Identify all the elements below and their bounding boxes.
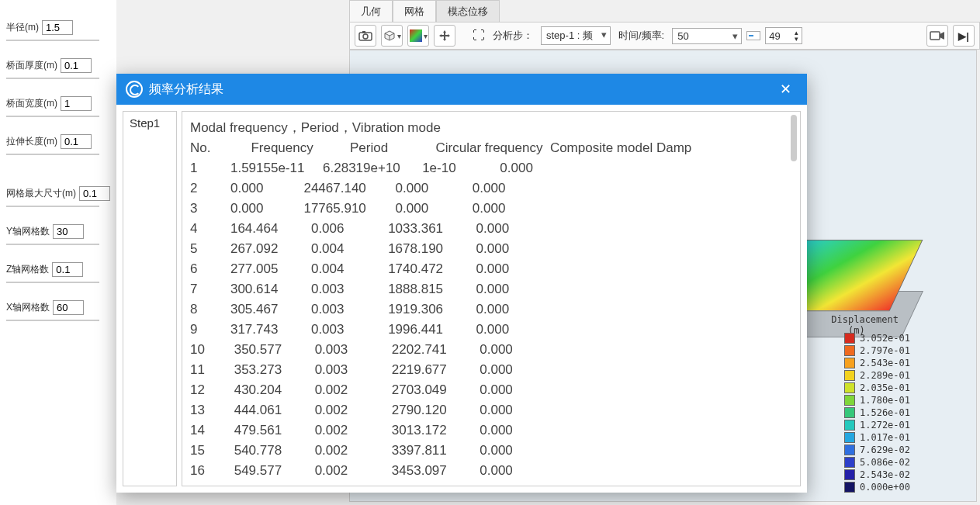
tab-1[interactable]: 网格	[393, 0, 436, 23]
param-row: X轴网格数	[6, 300, 110, 315]
screenshot-button[interactable]	[355, 25, 376, 47]
param-slider[interactable]	[6, 240, 99, 248]
legend-swatch	[844, 469, 855, 480]
colormap-icon	[410, 29, 422, 42]
tab-2[interactable]: 模态位移	[436, 0, 500, 23]
dialog-title: 频率分析结果	[149, 81, 223, 98]
svg-rect-3	[410, 29, 422, 42]
legend-swatch	[844, 395, 855, 406]
param-slider[interactable]	[6, 112, 99, 120]
param-label: 桥面宽度(m)	[6, 97, 57, 110]
close-icon: ✕	[780, 81, 791, 98]
param-slider[interactable]	[6, 36, 99, 44]
param-slider[interactable]	[6, 278, 99, 286]
param-input[interactable]	[42, 20, 73, 35]
param-label: Z轴网格数	[6, 263, 49, 276]
legend-swatch	[844, 457, 855, 468]
param-label: 拉伸长度(m)	[6, 135, 57, 148]
legend-value: 2.289e-01	[860, 369, 910, 382]
legend-row: 1.017e-01	[844, 431, 968, 444]
record-button[interactable]	[926, 25, 948, 47]
param-input[interactable]	[52, 262, 83, 277]
dialog-titlebar[interactable]: 频率分析结果 ✕	[116, 74, 807, 105]
param-row: 桥面厚度(m)	[6, 58, 110, 73]
mini-progress-indicator	[746, 31, 760, 40]
param-input[interactable]	[53, 300, 84, 315]
legend-value: 7.629e-02	[860, 444, 910, 456]
app-logo-icon	[126, 81, 143, 98]
legend-swatch	[844, 407, 855, 418]
param-slider[interactable]	[6, 150, 99, 158]
legend-row: 2.797e-01	[844, 344, 968, 357]
legend-value: 2.543e-02	[860, 469, 910, 481]
legend-row: 1.526e-01	[844, 406, 968, 419]
go-end-icon: ▶|	[958, 30, 969, 42]
view-tabs: 几何网格模态位移	[349, 0, 500, 23]
legend-swatch	[844, 358, 855, 368]
legend-value: 2.797e-01	[860, 344, 910, 357]
analysis-step-label: 分析步：	[493, 29, 533, 43]
param-input[interactable]	[61, 96, 92, 111]
legend-swatch	[844, 444, 855, 455]
fit-view-icon[interactable]: ⛶	[473, 29, 485, 43]
legend-row: 1.272e-01	[844, 419, 968, 431]
legend-value: 2.543e-01	[860, 357, 910, 369]
video-icon	[930, 30, 945, 41]
legend-row: 2.289e-01	[844, 369, 968, 382]
svg-rect-4	[930, 32, 940, 40]
legend-row: 0.000e+00	[844, 481, 968, 493]
param-row: Y轴网格数	[6, 224, 110, 239]
results-text-area[interactable]: Modal frequency，Period，Vibration mode No…	[182, 111, 801, 486]
legend-value: 3.052e-01	[860, 332, 910, 344]
param-input[interactable]	[53, 224, 84, 239]
tab-0[interactable]: 几何	[349, 0, 393, 23]
legend-value: 5.086e-02	[860, 456, 910, 469]
frequency-results-dialog: 频率分析结果 ✕ Step1 Modal frequency，Period，Vi…	[116, 74, 807, 493]
param-row: Z轴网格数	[6, 262, 110, 277]
chevron-down-icon[interactable]: ▾	[795, 36, 798, 42]
param-input[interactable]	[61, 134, 92, 149]
param-slider[interactable]	[6, 316, 99, 324]
legend-swatch	[844, 420, 855, 431]
chevron-down-icon: ▾	[732, 30, 738, 42]
param-row: 半径(m)	[6, 20, 110, 35]
legend-value: 1.272e-01	[860, 419, 910, 431]
scrollbar-thumb[interactable]	[791, 115, 797, 161]
param-input[interactable]	[79, 186, 110, 201]
chevron-down-icon: ▾	[601, 29, 607, 40]
param-label: 网格最大尺寸(m)	[6, 187, 76, 200]
step-list[interactable]: Step1	[123, 111, 177, 486]
chevron-down-icon: ▾	[424, 32, 428, 40]
frame-stepper[interactable]: 49 ▴▾	[765, 27, 802, 44]
colormap-button[interactable]: ▾	[407, 25, 429, 47]
legend-swatch	[844, 482, 855, 493]
param-slider[interactable]	[6, 202, 99, 210]
param-slider[interactable]	[6, 74, 99, 82]
parameter-panel: 半径(m)桥面厚度(m)桥面宽度(m)拉伸长度(m)网格最大尺寸(m)Y轴网格数…	[0, 0, 116, 505]
results-content: Modal frequency，Period，Vibration mode No…	[190, 118, 792, 486]
param-row: 拉伸长度(m)	[6, 134, 110, 149]
param-label: X轴网格数	[6, 301, 50, 314]
step-item[interactable]: Step1	[123, 112, 176, 134]
analysis-step-select[interactable]: step-1 : 频 ▾	[541, 26, 611, 45]
projection-button[interactable]: ▾	[381, 25, 403, 47]
camera-icon	[358, 30, 372, 41]
legend-value: 1.526e-01	[860, 406, 910, 419]
legend-value: 0.000e+00	[860, 481, 910, 493]
go-end-button[interactable]: ▶|	[953, 25, 975, 47]
legend-value: 2.035e-01	[860, 382, 910, 394]
close-button[interactable]: ✕	[773, 77, 798, 102]
pan-button[interactable]	[434, 25, 455, 47]
move-icon	[438, 29, 451, 42]
param-input[interactable]	[61, 58, 92, 73]
legend-value: 1.017e-01	[860, 431, 910, 444]
chevron-down-icon: ▾	[397, 32, 401, 40]
legend-value: 1.780e-01	[860, 394, 910, 406]
param-row: 桥面宽度(m)	[6, 96, 110, 111]
legend-row: 3.052e-01	[844, 332, 968, 344]
param-row: 网格最大尺寸(m)	[6, 186, 110, 201]
legend-swatch	[844, 370, 855, 381]
time-freq-select[interactable]: 50 ▾	[672, 28, 742, 44]
svg-rect-2	[362, 31, 365, 33]
legend-swatch	[844, 432, 855, 443]
